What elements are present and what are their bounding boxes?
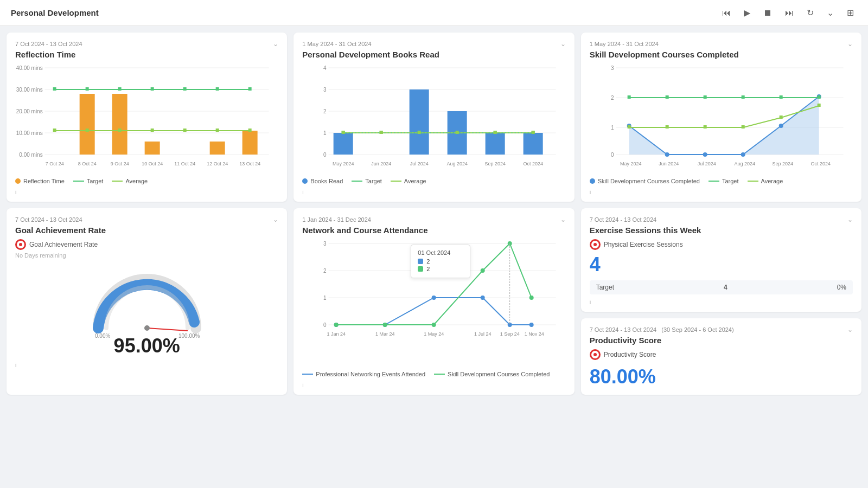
- metric-label: Physical Exercise Sessions: [604, 241, 683, 248]
- card-chevron[interactable]: ⌄: [560, 40, 566, 48]
- svg-text:40.00 mins: 40.00 mins: [16, 65, 43, 71]
- card-chevron[interactable]: ⌄: [560, 216, 566, 223]
- card-date: 7 Oct 2024 - 13 Oct 2024 (30 Sep 2024 - …: [590, 326, 734, 333]
- svg-text:12 Oct 24: 12 Oct 24: [207, 161, 228, 166]
- svg-marker-80: [629, 97, 819, 155]
- target-label: Target: [596, 284, 614, 291]
- gauge-chart: 0.00% 100.00% 95.00%: [15, 263, 278, 357]
- card-title: Reflection Time: [15, 50, 278, 59]
- svg-rect-61: [380, 131, 383, 134]
- svg-text:20.00 mins: 20.00 mins: [16, 108, 43, 114]
- svg-text:1 May 24: 1 May 24: [424, 331, 444, 337]
- network-chart: 3 2 1 0: [302, 239, 565, 367]
- card-title: Productivity Score: [590, 336, 853, 345]
- svg-text:1: 1: [611, 125, 614, 131]
- svg-text:30.00 mins: 30.00 mins: [16, 87, 43, 93]
- svg-rect-91: [779, 95, 782, 99]
- svg-rect-95: [703, 125, 706, 129]
- chart-legend: Professional Networking Events Attended …: [302, 371, 565, 377]
- card-title: Skill Development Courses Completed: [590, 50, 853, 59]
- svg-rect-17: [53, 87, 56, 91]
- svg-rect-15: [210, 142, 225, 155]
- svg-rect-98: [817, 104, 820, 107]
- svg-text:Aug 2024: Aug 2024: [447, 161, 468, 166]
- svg-rect-60: [342, 131, 345, 134]
- svg-rect-97: [779, 115, 782, 119]
- svg-rect-92: [817, 95, 820, 99]
- skill-chart: 3 2 1 0: [590, 63, 853, 174]
- svg-text:9 Oct 24: 9 Oct 24: [111, 161, 129, 166]
- metric-label: Productivity Score: [604, 351, 656, 358]
- card-header: 1 Jan 2024 - 31 Dec 2024 ⌄: [302, 216, 565, 223]
- svg-rect-18: [86, 87, 89, 91]
- books-chart: 4 3 2 1 0: [302, 63, 565, 174]
- chart-legend: Reflection Time Target Average: [15, 178, 278, 184]
- network-course-card: 1 Jan 2024 - 31 Dec 2024 ⌄ Network and C…: [293, 208, 574, 395]
- svg-rect-19: [118, 87, 122, 91]
- svg-rect-25: [86, 129, 89, 132]
- card-title: Goal Achievement Rate: [15, 226, 278, 235]
- svg-rect-12: [112, 94, 127, 155]
- target-icon: [590, 349, 601, 360]
- svg-text:2: 2: [323, 268, 327, 274]
- svg-text:Sep 2024: Sep 2024: [772, 161, 793, 166]
- target-pct: 0%: [837, 284, 846, 291]
- top-bar: Personal Development ⏮ ▶ ⏹ ⏭ ↻ ⌄ ⊞: [0, 0, 868, 26]
- skip-forward-button[interactable]: ⏭: [782, 6, 797, 20]
- svg-rect-20: [151, 87, 154, 91]
- svg-text:1 Mar 24: 1 Mar 24: [375, 331, 395, 337]
- target-value: 4: [724, 284, 727, 291]
- svg-rect-11: [80, 94, 95, 155]
- svg-point-128: [529, 296, 534, 300]
- legend-courses: Skill Development Courses Completed: [434, 371, 550, 377]
- svg-text:1: 1: [323, 130, 327, 136]
- legend-reflection: Reflection Time: [15, 178, 65, 184]
- card-info: i: [590, 299, 853, 305]
- goal-achievement-card: 7 Oct 2024 - 13 Oct 2024 ⌄ Goal Achievem…: [7, 208, 287, 395]
- svg-text:Aug 2024: Aug 2024: [734, 161, 755, 166]
- chevron-down-button[interactable]: ⌄: [824, 5, 837, 20]
- legend-average: Average: [748, 178, 783, 184]
- card-chevron[interactable]: ⌄: [273, 40, 278, 48]
- svg-text:Jul 2024: Jul 2024: [697, 161, 716, 166]
- card-chevron[interactable]: ⌄: [273, 216, 278, 223]
- playback-controls: ⏮ ▶ ⏹ ⏭ ↻ ⌄ ⊞: [719, 5, 857, 20]
- svg-rect-53: [524, 133, 543, 155]
- svg-rect-64: [494, 131, 497, 134]
- svg-rect-48: [334, 133, 353, 155]
- svg-text:May 2024: May 2024: [333, 161, 354, 166]
- reflection-chart: 40.00 mins 30.00 mins 20.00 mins 10.00 m…: [15, 63, 278, 174]
- svg-rect-87: [627, 95, 630, 99]
- legend-target: Target: [73, 178, 104, 184]
- card-chevron[interactable]: ⌄: [847, 40, 853, 48]
- svg-point-124: [383, 323, 387, 327]
- card-chevron[interactable]: ⌄: [847, 216, 853, 223]
- card-title: Personal Development Books Read: [302, 50, 565, 59]
- svg-point-126: [481, 268, 485, 273]
- card-chevron[interactable]: ⌄: [847, 326, 853, 333]
- svg-rect-24: [53, 129, 56, 132]
- svg-text:3: 3: [323, 87, 327, 93]
- card-date: 1 Jan 2024 - 31 Dec 2024: [302, 216, 371, 223]
- svg-point-106: [144, 325, 150, 331]
- legend-target: Target: [709, 178, 739, 184]
- skip-back-button[interactable]: ⏮: [719, 6, 734, 20]
- play-button[interactable]: ▶: [741, 5, 754, 20]
- svg-text:3: 3: [323, 241, 327, 247]
- svg-rect-26: [118, 129, 122, 132]
- stop-button[interactable]: ⏹: [760, 6, 775, 20]
- svg-line-105: [147, 328, 188, 331]
- svg-text:2: 2: [611, 95, 614, 101]
- svg-point-125: [432, 323, 436, 327]
- svg-text:0.00 mins: 0.00 mins: [19, 152, 42, 158]
- legend-networking: Professional Networking Events Attended: [302, 371, 425, 377]
- svg-rect-23: [248, 87, 252, 91]
- card-info: i: [15, 362, 278, 368]
- layout-button[interactable]: ⊞: [844, 5, 857, 20]
- skill-courses-card: 1 May 2024 - 31 Oct 2024 ⌄ Skill Develop…: [581, 33, 861, 202]
- metric-icon-row: Goal Achievement Rate: [15, 239, 278, 250]
- svg-text:1 Nov 24: 1 Nov 24: [525, 331, 544, 337]
- svg-rect-21: [183, 87, 187, 91]
- refresh-button[interactable]: ↻: [803, 5, 817, 20]
- svg-text:10.00 mins: 10.00 mins: [16, 130, 43, 136]
